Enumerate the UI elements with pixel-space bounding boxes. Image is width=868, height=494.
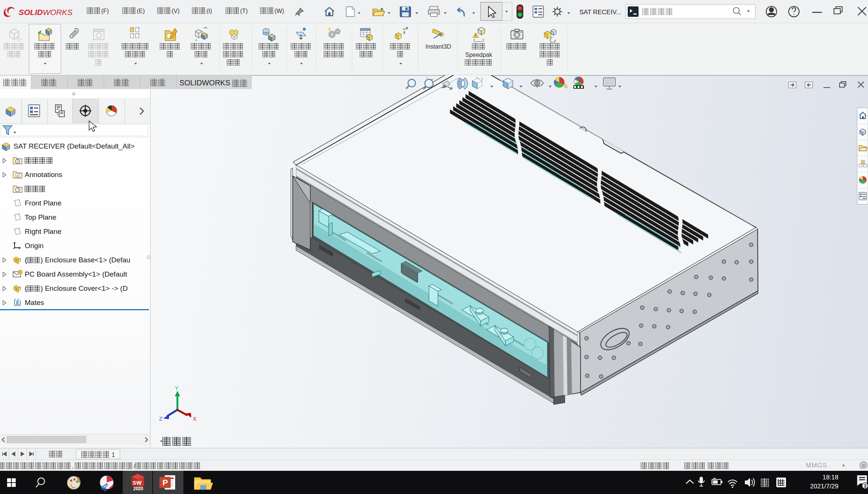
- svg-text:A: A: [16, 174, 19, 178]
- svg-text:SAT RECEIV...: SAT RECEIV...: [579, 9, 621, 16]
- svg-text:2020: 2020: [133, 486, 143, 491]
- svg-text:X: X: [193, 415, 197, 422]
- svg-text:SW: SW: [133, 479, 142, 486]
- svg-text:3: 3: [864, 483, 867, 489]
- svg-text:Z: Z: [159, 415, 162, 422]
- svg-text:P: P: [162, 478, 168, 487]
- svg-text:Y: Y: [175, 385, 179, 391]
